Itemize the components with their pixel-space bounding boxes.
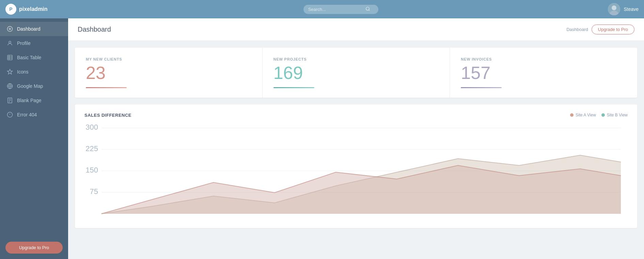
sidebar-item-google-map[interactable]: Google Map bbox=[0, 79, 68, 93]
stat-number-invoices: 157 bbox=[461, 64, 626, 82]
user-area: Steave bbox=[608, 3, 639, 15]
search-box[interactable] bbox=[303, 5, 378, 14]
stat-label-invoices: NEW INVOICES bbox=[461, 57, 626, 61]
stat-bar-invoices bbox=[461, 87, 502, 88]
sidebar-item-error-404[interactable]: Error 404 bbox=[0, 108, 68, 122]
stats-row: MY NEW CLIENTS 23 NEW PROJECTS 169 NEW I… bbox=[75, 48, 637, 98]
dashboard-icon bbox=[7, 26, 13, 32]
svg-rect-8 bbox=[7, 55, 12, 60]
icons-icon bbox=[7, 69, 13, 75]
sidebar: Dashboard Profile Basic Table bbox=[0, 18, 68, 259]
page-icon bbox=[7, 97, 13, 103]
stat-card-invoices: NEW INVOICES 157 bbox=[450, 48, 637, 98]
profile-icon bbox=[7, 40, 13, 46]
legend-label-a: Site A View bbox=[576, 113, 596, 117]
sidebar-item-icons[interactable]: Icons bbox=[0, 65, 68, 79]
svg-point-0 bbox=[366, 7, 369, 10]
sidebar-item-basic-table[interactable]: Basic Table bbox=[0, 50, 68, 65]
page-header: Dashboard Dashboard Upgrade to Pro bbox=[68, 18, 644, 41]
username-label: Steave bbox=[624, 6, 639, 12]
sidebar-item-profile[interactable]: Profile bbox=[0, 36, 68, 50]
svg-text:150: 150 bbox=[85, 166, 98, 174]
svg-text:225: 225 bbox=[85, 144, 98, 153]
sidebar-item-blank-page[interactable]: Blank Page bbox=[0, 93, 68, 108]
chart-title: SALES DIFFERENCE bbox=[84, 113, 131, 118]
logo-text: pixeladmin bbox=[19, 6, 48, 12]
chart-legend: Site A View Site B View bbox=[570, 113, 628, 117]
search-icon bbox=[365, 6, 370, 12]
main-layout: Dashboard Profile Basic Table bbox=[0, 18, 644, 259]
content-area: Dashboard Dashboard Upgrade to Pro MY NE… bbox=[68, 18, 644, 259]
svg-text:75: 75 bbox=[90, 187, 98, 196]
stat-number-projects: 169 bbox=[273, 64, 439, 82]
breadcrumb-area: Dashboard Upgrade to Pro bbox=[566, 25, 634, 34]
svg-point-6 bbox=[9, 28, 11, 30]
legend-label-b: Site B View bbox=[607, 113, 628, 117]
svg-text:300: 300 bbox=[85, 125, 98, 131]
svg-point-7 bbox=[9, 41, 11, 43]
legend-item-a: Site A View bbox=[570, 113, 596, 117]
chart-svg: 300 225 150 75 bbox=[84, 125, 628, 220]
chart-container: 300 225 150 75 bbox=[84, 125, 628, 220]
logo-icon: P bbox=[5, 4, 16, 15]
upgrade-sidebar-button[interactable]: Upgrade to Pro bbox=[5, 242, 63, 254]
svg-point-3 bbox=[612, 5, 616, 10]
chart-header: SALES DIFFERENCE Site A View Site B View bbox=[84, 113, 628, 118]
table-icon bbox=[7, 54, 13, 61]
stat-number-clients: 23 bbox=[86, 64, 251, 82]
map-icon bbox=[7, 83, 13, 89]
upgrade-pro-button[interactable]: Upgrade to Pro bbox=[592, 25, 634, 34]
stat-label-projects: NEW PROJECTS bbox=[273, 57, 439, 61]
avatar bbox=[608, 3, 620, 15]
svg-marker-12 bbox=[7, 69, 13, 74]
sidebar-spacer bbox=[0, 122, 68, 236]
chart-section: SALES DIFFERENCE Site A View Site B View bbox=[75, 104, 637, 228]
breadcrumb[interactable]: Dashboard bbox=[566, 27, 588, 32]
sidebar-item-dashboard[interactable]: Dashboard bbox=[0, 22, 68, 36]
legend-dot-b bbox=[601, 113, 605, 117]
stat-bar-clients bbox=[86, 87, 127, 88]
top-header: P pixeladmin Steave bbox=[0, 0, 644, 18]
svg-point-5 bbox=[7, 27, 13, 32]
search-input[interactable] bbox=[308, 7, 363, 12]
stat-card-projects: NEW PROJECTS 169 bbox=[263, 48, 450, 98]
page-title: Dashboard bbox=[78, 26, 111, 33]
stat-label-clients: MY NEW CLIENTS bbox=[86, 57, 251, 61]
error-icon bbox=[7, 112, 13, 118]
legend-item-b: Site B View bbox=[601, 113, 628, 117]
legend-dot-a bbox=[570, 113, 574, 117]
stat-bar-projects bbox=[273, 87, 314, 88]
stat-card-clients: MY NEW CLIENTS 23 bbox=[75, 48, 263, 98]
svg-line-1 bbox=[368, 10, 370, 11]
logo-area: P pixeladmin bbox=[5, 4, 74, 15]
